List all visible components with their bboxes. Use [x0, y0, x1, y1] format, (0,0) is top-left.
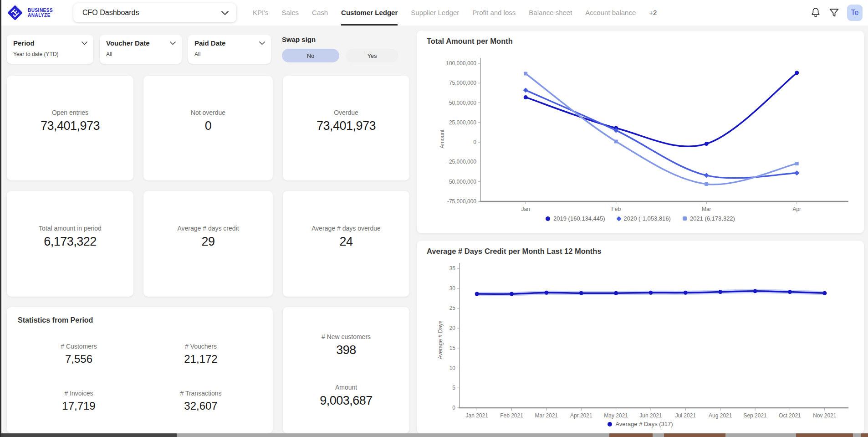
period-filter-value: Year to date (YTD) — [13, 51, 88, 57]
svg-text:Jan 2021: Jan 2021 — [465, 412, 488, 419]
summary-new-customers: # New customers398 — [322, 333, 371, 357]
kpi-content: Not overdue0 — [191, 109, 225, 133]
y-axis-title: Amount — [439, 129, 445, 148]
stat-transactions: # Transactions32,607 — [140, 378, 262, 425]
scrollbar-decoration — [609, 433, 653, 437]
bell-icon — [810, 7, 821, 19]
period-filter[interactable]: Period Year to date (YTD) — [7, 35, 93, 64]
svg-text:Mar 2021: Mar 2021 — [535, 412, 558, 419]
kpi-card-overdue: Overdue73,401,973 — [283, 76, 409, 180]
stat-value: 32,607 — [184, 400, 217, 412]
svg-text:Oct 2021: Oct 2021 — [779, 412, 801, 419]
svg-text:-25,000,000: -25,000,000 — [447, 159, 476, 165]
brand-name-line1: BUSINESS — [28, 8, 53, 13]
tab-customer-ledger[interactable]: Customer Ledger — [341, 0, 398, 26]
legend-item-2019-160-134-445[interactable]: 2019 (160,134,445) — [546, 215, 605, 222]
tab-profit-and-loss[interactable]: Profit and loss — [472, 0, 516, 26]
svg-text:50,000,000: 50,000,000 — [449, 100, 476, 106]
tab-balance-sheet[interactable]: Balance sheet — [529, 0, 572, 26]
svg-text:Mar: Mar — [702, 206, 711, 212]
paid-date-filter[interactable]: Paid Date All — [188, 35, 271, 64]
svg-text:May 2021: May 2021 — [604, 412, 628, 419]
notifications-button[interactable] — [810, 7, 821, 19]
tab-overflow[interactable]: +2 — [649, 0, 657, 26]
dashboard-selector[interactable]: CFO Dashboards — [73, 3, 236, 22]
kpi-value: 6,173,322 — [39, 235, 102, 249]
scrollbar-decoration — [861, 433, 868, 437]
svg-text:Nov 2021: Nov 2021 — [813, 412, 837, 419]
chevron-down-icon — [259, 41, 266, 45]
chevron-down-icon — [169, 41, 176, 45]
kpi-label: Open entries — [41, 109, 100, 116]
period-filter-label: Period — [13, 39, 35, 47]
horizontal-scrollbar[interactable] — [1, 433, 868, 437]
user-avatar[interactable]: Te — [847, 5, 863, 21]
svg-text:35: 35 — [449, 265, 456, 272]
avg-days-line-chart: 35302520151050Jan 2021Feb 2021Mar 2021Ap… — [427, 259, 854, 420]
kpi-content: Average # days credit29 — [177, 225, 239, 249]
svg-text:Jan: Jan — [521, 206, 530, 212]
kpi-label: Overdue — [317, 109, 376, 116]
brand-logo: BUSINESS ANALYZE — [6, 4, 73, 22]
swap-sign-toggle: No Yes — [282, 49, 398, 62]
svg-text:30: 30 — [449, 285, 456, 292]
stat-vouchers: # Vouchers21,172 — [140, 331, 262, 378]
kpi-card-open-entries: Open entries73,401,973 — [7, 76, 133, 180]
voucher-date-filter[interactable]: Voucher Date All — [100, 35, 182, 64]
swap-sign-yes-button[interactable]: Yes — [346, 49, 398, 62]
horizontal-scrollbar-thumb[interactable] — [1, 433, 177, 437]
svg-text:15: 15 — [449, 345, 456, 351]
swap-sign-no-button[interactable]: No — [282, 49, 339, 62]
kpi-content: Open entries73,401,973 — [41, 109, 100, 133]
chevron-down-icon — [81, 41, 88, 45]
stat-label: # Customers — [61, 343, 97, 350]
legend-item-2021-6-173-322[interactable]: 2021 (6,173,322) — [683, 215, 735, 222]
top-bar: BUSINESS ANALYZE CFO Dashboards KPI'sSal… — [1, 0, 868, 26]
stat-label: # Invoices — [64, 390, 93, 397]
voucher-date-filter-label: Voucher Date — [106, 39, 150, 47]
svg-text:0: 0 — [452, 405, 455, 411]
svg-text:Aug 2021: Aug 2021 — [709, 412, 732, 419]
statistics-card: Statistics from Period# Customers7,556# … — [7, 307, 273, 433]
brand-name: BUSINESS ANALYZE — [28, 8, 53, 18]
svg-text:-50,000,000: -50,000,000 — [447, 179, 476, 185]
scrollbar-decoration — [664, 433, 725, 437]
legend-item-average-days-317[interactable]: Average # Days (317) — [608, 421, 673, 427]
svg-text:Apr 2021: Apr 2021 — [570, 412, 592, 419]
diamond-marker-icon — [616, 216, 621, 221]
kpi-card-not-overdue: Not overdue0 — [143, 76, 273, 180]
kpi-value: 73,401,973 — [317, 119, 376, 133]
stat-label: # Transactions — [180, 390, 221, 397]
scrollbar-decoration — [796, 433, 853, 437]
svg-text:-75,000,000: -75,000,000 — [447, 198, 476, 205]
summary-label: # New customers — [322, 333, 371, 340]
left-column: Period Year to date (YTD) Voucher Date A… — [7, 35, 409, 433]
kpi-card-average-days-overdue: Average # days overdue24 — [283, 191, 409, 297]
circle-marker-icon — [608, 422, 612, 427]
total-amount-line-chart: 100,000,00075,000,00050,000,00025,000,00… — [427, 49, 854, 214]
kpi-label: Average # days overdue — [311, 225, 381, 232]
brand-name-line2: ANALYZE — [28, 13, 53, 18]
tab-cash[interactable]: Cash — [312, 0, 328, 26]
paid-date-filter-label: Paid Date — [194, 39, 225, 47]
svg-text:Apr: Apr — [792, 206, 801, 212]
summary-value: 398 — [322, 343, 371, 357]
filter-button[interactable] — [828, 7, 840, 18]
total-amount-chart-card: Total Amount per Month Amount 100,000,00… — [417, 31, 864, 233]
charts-column: Total Amount per Month Amount 100,000,00… — [417, 31, 864, 434]
kpi-label: Average # days credit — [177, 225, 239, 232]
chevron-down-icon — [221, 10, 229, 15]
tab-supplier-ledger[interactable]: Supplier Ledger — [411, 0, 459, 26]
chart-legend: Average # Days (317) — [427, 421, 854, 427]
tab-sales[interactable]: Sales — [282, 0, 299, 26]
header-actions: Te — [810, 5, 863, 21]
swap-sign-group: Swap sign No Yes — [282, 35, 398, 64]
tab-kpi-s[interactable]: KPI's — [253, 0, 269, 26]
tab-account-balance[interactable]: Account balance — [585, 0, 636, 26]
kpi-grid: Open entries73,401,973Not overdue0Overdu… — [7, 76, 409, 433]
kpi-card-average-days-credit: Average # days credit29 — [143, 191, 273, 297]
legend-item-2020-1-053-816[interactable]: 2020 (-1,053,816) — [617, 215, 671, 222]
statistics-grid: # Customers7,556# Vouchers21,172# Invoic… — [18, 331, 262, 424]
kpi-value: 73,401,973 — [41, 119, 100, 133]
kpi-label: Total amount in period — [39, 225, 102, 232]
